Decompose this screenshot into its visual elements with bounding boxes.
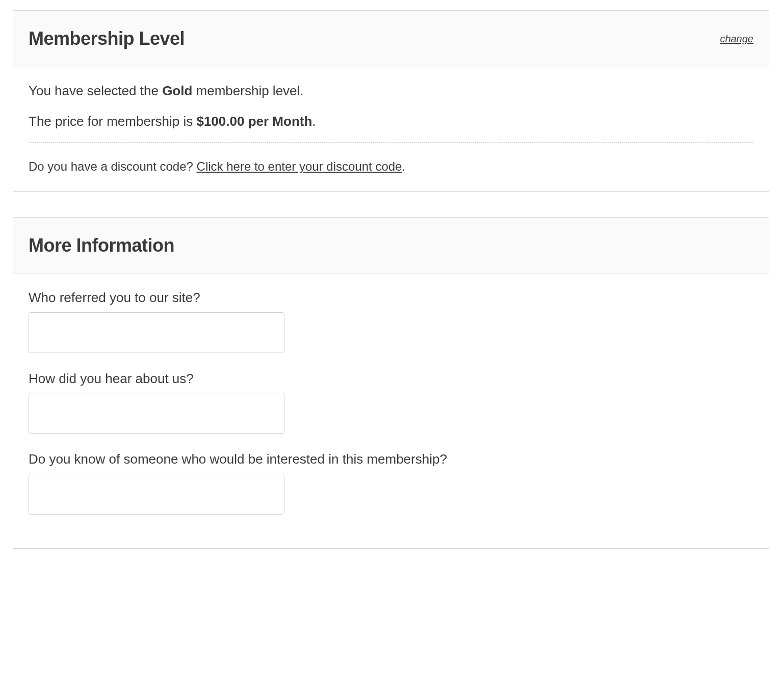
selected-level-text: You have selected the Gold membership le…: [29, 82, 753, 101]
selected-level-name: Gold: [162, 83, 192, 98]
discount-code-link[interactable]: Click here to enter your discount code: [197, 159, 402, 173]
change-level-link[interactable]: change: [720, 31, 753, 46]
more-information-section: More Information Who referred you to our…: [13, 217, 769, 548]
price-value: $100.00 per Month: [196, 114, 312, 129]
membership-level-section: Membership Level change You have selecte…: [13, 10, 769, 192]
more-information-body: Who referred you to our site? How did yo…: [13, 274, 769, 548]
price-suffix: .: [312, 114, 316, 129]
hear-about-input[interactable]: [29, 393, 284, 434]
selected-level-suffix: membership level.: [192, 83, 303, 98]
interested-field-group: Do you know of someone who would be inte…: [29, 450, 753, 514]
referred-label: Who referred you to our site?: [29, 288, 753, 307]
more-information-header: More Information: [13, 218, 769, 274]
referred-input[interactable]: [29, 312, 284, 353]
price-text: The price for membership is $100.00 per …: [29, 112, 753, 131]
discount-code-row: Do you have a discount code? Click here …: [29, 157, 753, 176]
hear-about-label: How did you hear about us?: [29, 369, 753, 388]
membership-level-body: You have selected the Gold membership le…: [13, 67, 769, 191]
referred-field-group: Who referred you to our site?: [29, 288, 753, 353]
membership-level-header: Membership Level change: [13, 11, 769, 67]
discount-question-text: Do you have a discount code?: [29, 159, 197, 173]
membership-level-title: Membership Level: [29, 25, 185, 52]
price-prefix: The price for membership is: [29, 114, 196, 129]
selected-level-prefix: You have selected the: [29, 83, 162, 98]
more-information-title: More Information: [29, 232, 174, 259]
hear-about-field-group: How did you hear about us?: [29, 369, 753, 434]
discount-suffix: .: [402, 159, 405, 173]
dotted-divider: [29, 142, 753, 143]
interested-input[interactable]: [29, 474, 284, 515]
interested-label: Do you know of someone who would be inte…: [29, 450, 753, 468]
section-spacer: [13, 192, 769, 217]
